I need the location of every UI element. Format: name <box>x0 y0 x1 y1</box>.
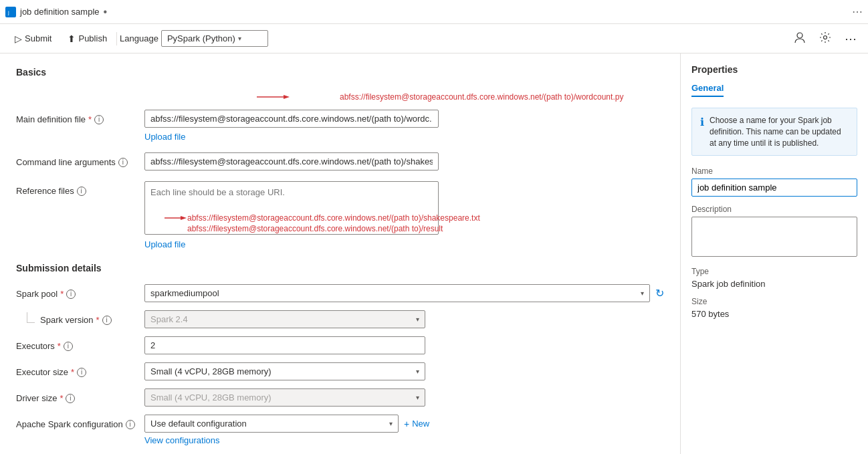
cmd-args-row: Command line arguments i <box>16 152 664 171</box>
title-bar: j job definition sample • ⋯ <box>0 0 868 24</box>
executor-size-chevron-icon: ▾ <box>416 368 419 375</box>
description-textarea[interactable] <box>691 217 857 257</box>
executors-label: Executors * i <box>16 341 136 351</box>
apache-config-input-col: Use default configuration ▾ + New <box>144 415 664 433</box>
refresh-icon[interactable]: ↻ <box>655 287 664 300</box>
info-circle-icon: ℹ <box>700 116 704 148</box>
main-def-info-icon[interactable]: i <box>94 115 104 124</box>
toolbar-separator <box>116 32 117 45</box>
spark-version-label: Spark version * i <box>16 315 136 325</box>
driver-size-row: Driver size * i Small (4 vCPU, 28GB memo… <box>16 388 664 407</box>
spark-pool-select[interactable]: sparkmediumpool ▾ <box>144 284 650 302</box>
main-def-upload-link[interactable]: Upload file <box>144 132 185 142</box>
plus-icon: + <box>404 419 409 429</box>
settings-icon-btn[interactable] <box>817 29 834 49</box>
properties-panel: Properties General ℹ Choose a name for y… <box>681 53 868 454</box>
driver-size-label-col: Driver size * i <box>16 388 136 403</box>
executor-size-label: Executor size * i <box>16 367 136 377</box>
apache-config-label-col: Apache Spark configuration i <box>16 415 136 429</box>
svg-text:j: j <box>7 9 9 15</box>
main-def-row: Main definition file * i <box>16 110 664 128</box>
main-def-upload-row: Upload file <box>144 130 664 142</box>
driver-size-select[interactable]: Small (4 vCPU, 28GB memory) ▾ <box>144 388 425 407</box>
svg-point-3 <box>824 35 827 39</box>
cmd-args-info-icon[interactable]: i <box>118 158 128 167</box>
apache-config-chevron-icon: ▾ <box>389 420 393 427</box>
toolbar-left: ▷ Submit ⬆ Publish Language PySpark (Pyt… <box>8 29 268 48</box>
type-label: Type <box>691 267 857 276</box>
ref-files-info-icon[interactable]: i <box>77 187 86 196</box>
ref-files-row: Reference files i abfss://filesystem@sto… <box>16 181 664 237</box>
spark-pool-input-col: sparkmediumpool ▾ ↻ <box>144 284 664 302</box>
spark-version-info-icon[interactable]: i <box>102 316 112 325</box>
more-options-btn[interactable]: ⋯ <box>852 5 863 18</box>
executors-input-col <box>144 336 664 354</box>
size-value: 570 bytes <box>691 309 857 319</box>
properties-title: Properties <box>691 64 857 75</box>
driver-size-label: Driver size * i <box>16 393 136 403</box>
driver-size-info-icon[interactable]: i <box>66 394 75 403</box>
spark-version-chevron-icon: ▾ <box>416 316 419 323</box>
language-select[interactable]: PySpark (Python) ▾ <box>161 30 268 47</box>
toolbar-right: ⋯ <box>791 29 860 49</box>
cmd-args-input-col <box>144 152 664 171</box>
type-value: Spark job definition <box>691 279 857 289</box>
form-area: Basics abfss://filesystem@storageaccount… <box>0 53 681 454</box>
cmd-args-label: Command line arguments i <box>16 157 136 167</box>
main-def-input-col <box>144 110 664 128</box>
main-def-annotation: abfss://filesystem@storageaccount.dfs.co… <box>284 91 623 103</box>
info-box-text: Choose a name for your Spark job definit… <box>710 115 849 148</box>
general-tab[interactable]: General <box>691 83 724 97</box>
main-def-input[interactable] <box>144 110 439 128</box>
ref-files-label-col: Reference files i <box>16 181 136 196</box>
submission-section-title: Submission details <box>16 263 664 273</box>
svg-point-2 <box>797 33 802 38</box>
submit-button[interactable]: ▷ Submit <box>8 29 58 48</box>
executor-size-select[interactable]: Small (4 vCPU, 28GB memory) ▾ <box>144 362 425 380</box>
person-icon-btn[interactable] <box>791 29 808 49</box>
spark-pool-info-icon[interactable]: i <box>66 290 76 299</box>
apache-config-info-icon[interactable]: i <box>126 420 135 429</box>
executor-size-input-col: Small (4 vCPU, 28GB memory) ▾ <box>144 362 664 380</box>
new-config-button[interactable]: + New <box>404 416 429 432</box>
driver-size-input-col: Small (4 vCPU, 28GB memory) ▾ <box>144 388 664 407</box>
executors-info-icon[interactable]: i <box>64 342 73 351</box>
size-label: Size <box>691 297 857 306</box>
executor-size-row: Executor size * i Small (4 vCPU, 28GB me… <box>16 362 664 380</box>
main-def-label-col: Main definition file * i <box>16 110 136 124</box>
spark-pool-label: Spark pool * i <box>16 289 136 299</box>
apache-config-row: Apache Spark configuration i Use default… <box>16 415 664 433</box>
language-label: Language <box>120 33 158 43</box>
spark-version-select[interactable]: Spark 2.4 ▾ <box>144 310 425 328</box>
executors-row: Executors * i <box>16 336 664 354</box>
more-options-toolbar-btn[interactable]: ⋯ <box>842 29 860 49</box>
info-box: ℹ Choose a name for your Spark job defin… <box>691 108 857 156</box>
ref-files-label: Reference files i <box>16 186 136 196</box>
main-def-annotation-row: abfss://filesystem@storageaccount.dfs.co… <box>136 88 664 107</box>
apache-config-select[interactable]: Use default configuration ▾ <box>144 415 399 433</box>
app-icon: j <box>5 7 16 17</box>
executor-size-info-icon[interactable]: i <box>77 368 86 377</box>
spark-version-input-col: Spark 2.4 ▾ <box>144 310 664 328</box>
executors-label-col: Executors * i <box>16 336 136 351</box>
spark-pool-row: Spark pool * i sparkmediumpool ▾ ↻ <box>16 284 664 302</box>
title-bar-left: j job definition sample • <box>5 6 107 18</box>
ref-files-upload-link[interactable]: Upload file <box>144 239 185 249</box>
description-label: Description <box>691 205 857 214</box>
ref-files-upload-row: Upload file <box>144 238 664 249</box>
name-input[interactable] <box>691 179 857 197</box>
driver-size-chevron-icon: ▾ <box>416 394 419 401</box>
ref-files-annotation: abfss://filesystem@storageaccount.dfs.co… <box>165 213 480 233</box>
tab-dot: • <box>104 6 108 18</box>
tab-title: job definition sample <box>20 7 100 17</box>
spark-version-label-col: Spark version * i <box>16 310 136 325</box>
view-config-link[interactable]: View configurations <box>144 435 220 445</box>
toolbar: ▷ Submit ⬆ Publish Language PySpark (Pyt… <box>0 24 868 53</box>
name-label: Name <box>691 166 857 176</box>
spark-pool-label-col: Spark pool * i <box>16 284 136 299</box>
view-config-row: View configurations <box>144 435 664 445</box>
publish-button[interactable]: ⬆ Publish <box>61 29 114 48</box>
cmd-args-input[interactable] <box>144 152 439 171</box>
executors-input[interactable] <box>144 336 425 354</box>
executor-size-label-col: Executor size * i <box>16 362 136 377</box>
